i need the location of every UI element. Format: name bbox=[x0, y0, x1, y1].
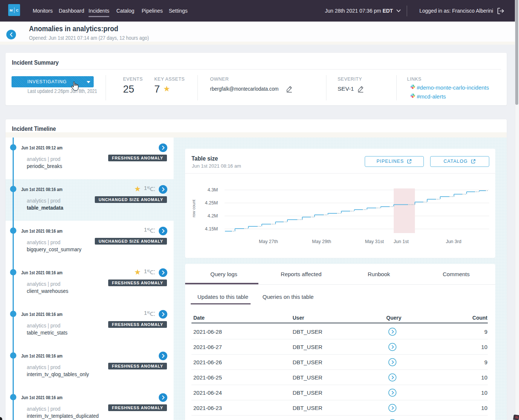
svg-text:May 27th: May 27th bbox=[259, 239, 278, 244]
svg-text:4.3M: 4.3M bbox=[207, 187, 218, 193]
svg-text:4.15M: 4.15M bbox=[205, 226, 218, 232]
svg-text:Jun 1st: Jun 1st bbox=[394, 239, 409, 244]
svg-text:Jun 3rd: Jun 3rd bbox=[446, 239, 461, 244]
svg-text:May 31st: May 31st bbox=[365, 239, 384, 244]
svg-text:4.25M: 4.25M bbox=[205, 200, 218, 206]
svg-text:4.2M: 4.2M bbox=[207, 213, 218, 219]
svg-text:May 29th: May 29th bbox=[312, 239, 331, 244]
